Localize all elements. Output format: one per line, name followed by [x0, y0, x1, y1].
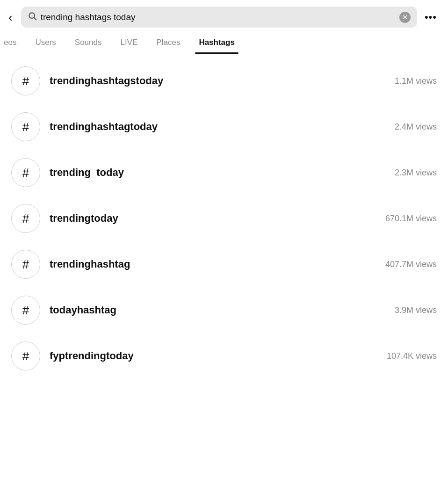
hashtag-name: trendingtoday: [50, 212, 118, 225]
tab-live[interactable]: LIVE: [111, 32, 147, 54]
hashtag-row[interactable]: #trendinghashtagstoday1.1M views: [0, 58, 448, 104]
hashtag-name: trendinghashtag: [50, 258, 130, 270]
hashtag-list: #trendinghashtagstoday1.1M views#trendin…: [0, 54, 448, 383]
tab-users[interactable]: Users: [26, 32, 65, 54]
hashtag-name: trending_today: [50, 167, 124, 179]
hashtag-row[interactable]: #trending_today2.3M views: [0, 150, 448, 196]
hashtag-row[interactable]: #trendinghashtagtoday2.4M views: [0, 104, 448, 150]
hashtag-icon: #: [11, 66, 40, 95]
hashtag-views: 107.4K views: [387, 351, 437, 361]
hashtag-symbol: #: [22, 257, 29, 272]
header: ‹ trending hashtags today ✕ •••: [0, 0, 448, 32]
back-button[interactable]: ‹: [5, 9, 16, 25]
hashtag-views: 2.3M views: [395, 168, 437, 178]
hashtag-symbol: #: [22, 166, 29, 180]
hashtag-views: 2.4M views: [395, 122, 437, 132]
hashtag-symbol: #: [22, 303, 29, 318]
clear-search-button[interactable]: ✕: [399, 12, 411, 23]
hashtag-icon: #: [11, 158, 40, 187]
hashtag-views: 407.7M views: [385, 260, 437, 269]
hashtag-name: trendinghashtagtoday: [50, 121, 158, 133]
hashtag-row[interactable]: #todayhashtag3.9M views: [0, 287, 448, 333]
hashtag-symbol: #: [22, 349, 29, 363]
tab-places[interactable]: Places: [147, 32, 189, 54]
hashtag-icon: #: [11, 296, 40, 325]
hashtag-icon: #: [11, 112, 40, 141]
tab-videos[interactable]: eos: [0, 32, 26, 54]
tab-sounds[interactable]: Sounds: [65, 32, 111, 54]
hashtag-symbol: #: [22, 211, 29, 226]
hashtag-symbol: #: [22, 74, 29, 88]
hashtag-icon: #: [11, 250, 40, 279]
more-options-button[interactable]: •••: [422, 9, 440, 25]
tab-hashtags[interactable]: Hashtags: [189, 32, 244, 54]
search-bar[interactable]: trending hashtags today ✕: [21, 7, 417, 28]
tab-bar: eosUsersSoundsLIVEPlacesHashtags: [0, 32, 448, 54]
hashtag-icon: #: [11, 204, 40, 233]
hashtag-views: 670.1M views: [385, 214, 437, 224]
hashtag-name: todayhashtag: [50, 304, 116, 316]
hashtag-row[interactable]: #fyptrendingtoday107.4K views: [0, 333, 448, 379]
hashtag-views: 3.9M views: [395, 305, 437, 315]
hashtag-views: 1.1M views: [395, 76, 437, 86]
hashtag-row[interactable]: #trendinghashtag407.7M views: [0, 241, 448, 287]
search-icon: [28, 11, 37, 23]
hashtag-symbol: #: [22, 120, 29, 134]
hashtag-row[interactable]: #trendingtoday670.1M views: [0, 196, 448, 241]
search-query: trending hashtags today: [41, 12, 396, 22]
svg-line-1: [34, 18, 36, 20]
hashtag-name: fyptrendingtoday: [50, 350, 134, 362]
hashtag-icon: #: [11, 341, 40, 370]
hashtag-name: trendinghashtagstoday: [50, 75, 163, 87]
